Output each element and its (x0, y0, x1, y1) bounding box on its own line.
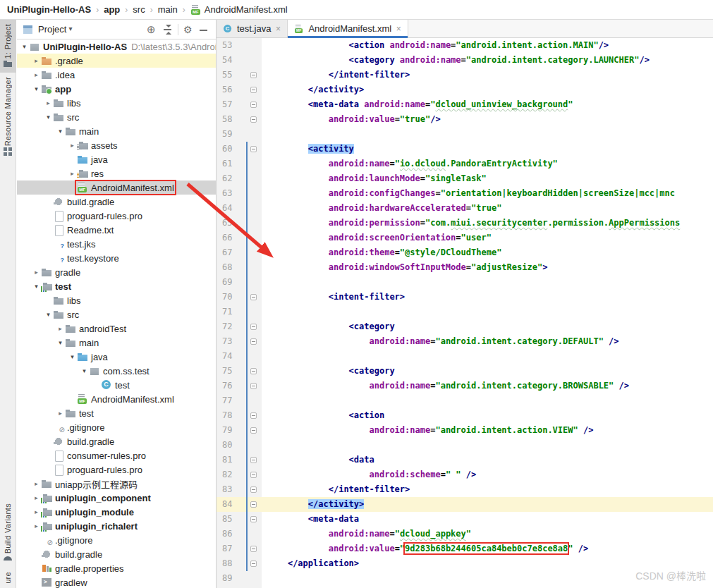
locate-button[interactable] (145, 22, 160, 37)
code-line[interactable]: 79 android:name="android.intent.action.V… (217, 423, 713, 438)
tree-row[interactable]: test (17, 378, 216, 392)
breadcrumb-item[interactable]: src (131, 4, 146, 15)
code-line[interactable]: 63 android:configChanges="orientation|ke… (217, 186, 713, 201)
tree-expand-arrow[interactable]: ▸ (68, 142, 77, 149)
tree-expand-arrow[interactable]: ▸ (32, 480, 41, 487)
fold-marker-icon[interactable] (250, 427, 257, 434)
tree-row[interactable]: ▸uniplugin_richalert (17, 519, 216, 533)
tree-row[interactable]: AndroidManifest.xml (17, 180, 216, 195)
code-line[interactable]: 59 (217, 127, 713, 142)
tree-row[interactable]: Readme.txt (17, 223, 216, 237)
breadcrumb-item[interactable]: main (157, 4, 179, 15)
tree-expand-arrow[interactable]: ▾ (56, 128, 65, 135)
tree-row[interactable]: ▾main (17, 124, 216, 138)
close-icon[interactable]: × (274, 24, 281, 34)
code-line[interactable]: 58 android:value="true"/> (217, 112, 713, 127)
fold-marker-icon[interactable] (250, 472, 257, 478)
fold-marker-icon[interactable] (250, 383, 257, 389)
breadcrumb-item[interactable]: app (102, 4, 121, 15)
tree-row[interactable]: ▸.idea (17, 68, 216, 82)
tree-row[interactable]: ▸uniplugin_module (17, 505, 216, 519)
tree-row[interactable]: ▸androidTest (17, 321, 216, 336)
tree-row[interactable]: AndroidManifest.xml (17, 392, 216, 406)
tree-row[interactable]: .gitignore (17, 420, 216, 434)
breadcrumb-item[interactable]: UniPlugin-Hello-AS (6, 4, 92, 15)
code-line[interactable]: 83 </intent-filter> (217, 482, 713, 497)
tree-row[interactable]: ▸libs (17, 96, 216, 110)
tree-row[interactable]: gradlew (17, 575, 216, 588)
chevron-down-icon[interactable] (66, 24, 76, 35)
fold-marker-icon[interactable] (250, 561, 257, 567)
tree-expand-arrow[interactable]: ▸ (32, 494, 41, 501)
code-line[interactable]: 70 <intent-filter> (217, 290, 713, 305)
code-line[interactable]: 56 </activity> (217, 82, 713, 97)
code-line[interactable]: 57 <meta-data android:name="dcloud_uninv… (217, 97, 713, 112)
tree-expand-arrow[interactable]: ▾ (80, 367, 89, 374)
tree-row[interactable]: ▾src (17, 110, 216, 124)
editor-tab[interactable]: AndroidManifest.xml× (288, 20, 408, 37)
code-line[interactable]: 75 <category (217, 364, 713, 379)
tree-expand-arrow[interactable]: ▸ (32, 522, 41, 529)
code-line[interactable]: 71 (217, 305, 713, 319)
tree-expand-arrow[interactable]: ▾ (20, 43, 29, 50)
code-line[interactable]: 64 android:hardwareAccelerated="true" (217, 201, 713, 216)
tree-row[interactable]: build.gradle (17, 434, 216, 448)
code-line[interactable]: 68 android:windowSoftInputMode="adjustRe… (217, 260, 713, 275)
fold-marker-icon[interactable] (250, 501, 257, 508)
code-line[interactable]: 82 android:scheme=" " /> (217, 467, 713, 482)
tree-row[interactable]: ▸uniapp示例工程源码 (17, 477, 216, 491)
tree-row[interactable]: .gitignore (17, 533, 216, 547)
tree-expand-arrow[interactable]: ▸ (32, 57, 41, 64)
tree-expand-arrow[interactable]: ▸ (32, 508, 41, 515)
close-icon[interactable]: × (395, 24, 402, 34)
tree-row[interactable]: ▸.gradle (17, 54, 216, 68)
collapse-all-button[interactable] (160, 22, 176, 37)
tree-expand-arrow[interactable]: ▾ (56, 339, 65, 346)
fold-marker-icon[interactable] (250, 457, 257, 463)
fold-marker-icon[interactable] (250, 412, 257, 419)
fold-marker-icon[interactable] (250, 338, 257, 345)
tree-row[interactable]: ▾main (17, 336, 216, 350)
hide-panel-button[interactable] (196, 22, 212, 37)
code-line[interactable]: 74 (217, 349, 713, 364)
code-line[interactable]: 80 (217, 438, 713, 453)
tree-row[interactable]: ▾UniPlugin-Hello-ASD:\latest\3.5.3\Andro… (17, 39, 216, 54)
code-line[interactable]: 76 android:name="android.intent.category… (217, 379, 713, 393)
tree-expand-arrow[interactable]: ▸ (32, 269, 41, 276)
tree-row[interactable]: build.gradle (17, 195, 216, 209)
tree-expand-arrow[interactable]: ▸ (32, 71, 41, 78)
code-line[interactable]: 60 <activity (217, 142, 713, 157)
code-line[interactable]: 65 android:permission="com.miui.security… (217, 216, 713, 231)
tree-row[interactable]: ▾com.ss.test (17, 364, 216, 378)
fold-marker-icon[interactable] (250, 102, 257, 108)
code-line[interactable]: 62 android:launchMode="singleTask" (217, 171, 713, 186)
tree-row[interactable]: libs (17, 293, 216, 307)
editor-tab[interactable]: test.java× (217, 20, 288, 37)
fold-marker-icon[interactable] (250, 116, 257, 123)
tree-row[interactable]: consumer-rules.pro (17, 448, 216, 463)
tree-row[interactable]: ▸uniplugin_component (17, 491, 216, 505)
code-line[interactable]: 77 (217, 393, 713, 408)
code-line[interactable]: 81 <data (217, 453, 713, 467)
code-line[interactable]: 61 android:name="io.dcloud.PandoraEntryA… (217, 157, 713, 171)
tree-row[interactable]: build.gradle (17, 547, 216, 561)
tree-expand-arrow[interactable]: ▾ (44, 311, 53, 318)
tree-row[interactable]: proguard-rules.pro (17, 209, 216, 223)
code-line[interactable]: 87 android:value="9d283b68b244605ca84beb… (217, 541, 713, 556)
tree-row[interactable]: test.jks (17, 237, 216, 251)
code-line[interactable]: 84 </activity> (217, 497, 713, 512)
tree-expand-arrow[interactable]: ▾ (32, 85, 41, 92)
tree-row[interactable]: proguard-rules.pro (17, 463, 216, 477)
code-line[interactable]: 54 <category android:name="android.inten… (217, 53, 713, 68)
settings-button[interactable] (181, 22, 196, 37)
code-line[interactable]: 66 android:screenOrientation="user" (217, 231, 713, 245)
tree-row[interactable]: gradle.properties (17, 561, 216, 575)
fold-marker-icon[interactable] (250, 87, 257, 93)
tree-row[interactable]: ▸gradle (17, 265, 216, 279)
code-line[interactable]: 85 <meta-data (217, 512, 713, 527)
tree-expand-arrow[interactable]: ▸ (68, 170, 77, 177)
tree-expand-arrow[interactable]: ▾ (44, 114, 53, 121)
tree-row[interactable]: java (17, 152, 216, 166)
tree-expand-arrow[interactable]: ▾ (32, 283, 41, 290)
fold-marker-icon[interactable] (250, 72, 257, 78)
